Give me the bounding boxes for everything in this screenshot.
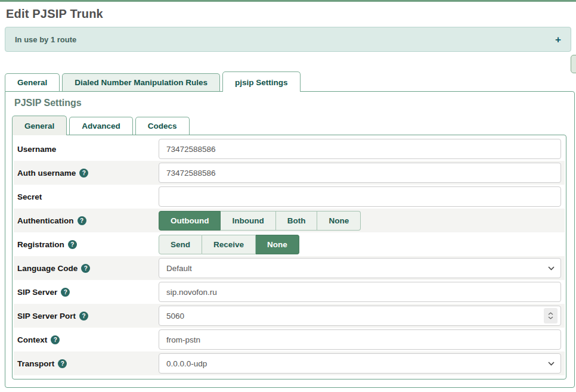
authentication-option-outbound[interactable]: Outbound	[159, 211, 221, 231]
username-label: Username	[17, 145, 56, 154]
secret-label: Secret	[17, 192, 42, 201]
help-icon[interactable]: ?	[58, 359, 67, 368]
sip-server-input[interactable]	[159, 282, 561, 302]
sip-server-port-value: 5060	[166, 312, 184, 321]
registration-label: Registration	[17, 240, 64, 249]
number-spinner[interactable]	[544, 308, 558, 323]
context-label: Context	[17, 335, 47, 344]
form-row-context: Context ?	[14, 328, 565, 351]
authentication-option-none[interactable]: None	[317, 211, 361, 231]
language-code-select[interactable]: Default	[159, 258, 561, 278]
secret-label-col: Secret	[17, 192, 159, 201]
auth-username-label: Auth username	[17, 169, 76, 178]
auth-username-label-col: Auth username ?	[17, 169, 159, 178]
main-tabbar: General Dialed Number Manipulation Rules…	[5, 71, 576, 91]
tab-dialed-number-manipulation-rules[interactable]: Dialed Number Manipulation Rules	[62, 73, 220, 91]
form-row-authentication: Authentication ? Outbound Inbound Both N…	[14, 209, 565, 232]
language-code-label: Language Code	[17, 264, 78, 273]
expand-plus-icon[interactable]: +	[555, 35, 561, 45]
sip-server-port-label-col: SIP Server Port ?	[17, 312, 159, 321]
authentication-label: Authentication	[17, 216, 74, 225]
sip-server-label-col: SIP Server ?	[17, 288, 159, 297]
auth-username-input[interactable]	[159, 163, 561, 183]
chevron-down-icon	[548, 362, 555, 366]
help-icon[interactable]: ?	[81, 264, 90, 273]
sip-server-port-input[interactable]: 5060	[159, 306, 561, 326]
help-icon[interactable]: ?	[51, 335, 60, 344]
secret-input[interactable]	[159, 186, 561, 207]
registration-label-col: Registration ?	[17, 240, 159, 249]
form-row-secret: Secret	[14, 185, 565, 209]
tab-general[interactable]: General	[5, 73, 60, 91]
authentication-label-col: Authentication ?	[17, 216, 159, 225]
tab-pjsip-settings[interactable]: pjsip Settings	[222, 71, 301, 92]
sip-server-label: SIP Server	[17, 288, 57, 297]
form-row-sip-server-port: SIP Server Port ? 5060	[14, 304, 565, 328]
help-icon[interactable]: ?	[68, 240, 77, 249]
subtab-codecs[interactable]: Codecs	[135, 117, 190, 135]
pjsip-subtabbar: General Advanced Codecs	[12, 116, 566, 135]
form-row-sip-server: SIP Server ?	[14, 280, 565, 304]
form-row-username: Username	[14, 137, 565, 161]
username-input[interactable]	[159, 139, 561, 159]
pjsip-settings-panel: PJSIP Settings General Advanced Codecs U…	[5, 91, 575, 388]
context-input[interactable]	[159, 329, 561, 350]
subtab-general[interactable]: General	[12, 116, 67, 135]
context-label-col: Context ?	[17, 335, 159, 344]
authentication-option-both[interactable]: Both	[276, 211, 318, 231]
registration-option-receive[interactable]: Receive	[202, 235, 256, 254]
transport-label-col: Transport ?	[17, 359, 159, 368]
transport-label: Transport	[17, 359, 54, 368]
help-icon[interactable]: ?	[79, 169, 88, 178]
form-row-auth-username: Auth username ?	[14, 161, 565, 185]
top-navbar-edge	[0, 0, 576, 2]
usage-text: In use by 1 route	[15, 35, 76, 44]
language-code-value: Default	[166, 264, 192, 273]
registration-option-none[interactable]: None	[256, 235, 299, 254]
transport-select[interactable]: 0.0.0.0-udp	[159, 353, 561, 374]
registration-option-send[interactable]: Send	[159, 235, 202, 254]
language-code-label-col: Language Code ?	[17, 264, 159, 273]
pjsip-settings-heading: PJSIP Settings	[14, 98, 566, 108]
subtab-advanced[interactable]: Advanced	[69, 117, 133, 135]
help-icon[interactable]: ?	[61, 288, 70, 297]
form-row-transport: Transport ? 0.0.0.0-udp	[14, 351, 565, 375]
authentication-btnset: Outbound Inbound Both None	[159, 211, 361, 231]
help-icon[interactable]: ?	[79, 312, 88, 321]
chevron-down-icon	[548, 266, 555, 270]
registration-btnset: Send Receive None	[159, 235, 299, 254]
clipped-right-button[interactable]	[571, 55, 576, 73]
form-row-registration: Registration ? Send Receive None	[14, 232, 565, 256]
pjsip-general-form: Username Auth username ? Secret	[12, 135, 566, 379]
form-row-language-code: Language Code ? Default	[14, 256, 565, 280]
authentication-option-inbound[interactable]: Inbound	[221, 211, 275, 231]
sip-server-port-label: SIP Server Port	[17, 312, 76, 321]
usage-panel[interactable]: In use by 1 route +	[5, 27, 571, 52]
transport-value: 0.0.0.0-udp	[166, 359, 207, 368]
help-icon[interactable]: ?	[78, 216, 86, 225]
username-label-col: Username	[17, 145, 159, 154]
page-title: Edit PJSIP Trunk	[6, 7, 576, 21]
